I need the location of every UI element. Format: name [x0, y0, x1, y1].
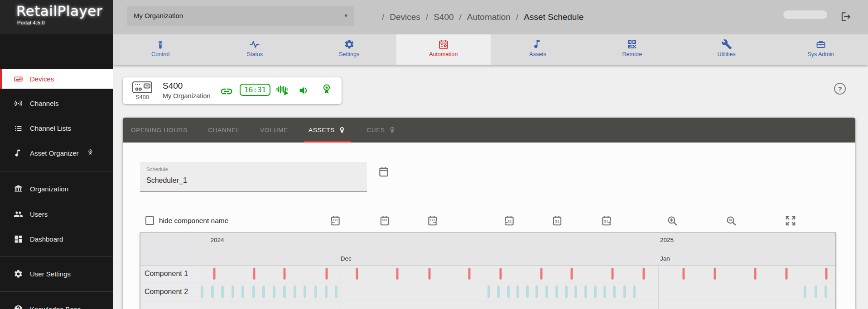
tab-sys-admin[interactable]: Sys Admin	[774, 34, 868, 65]
sidebar-divider	[0, 291, 113, 292]
device-card[interactable]: S400 S400 My Organization 16:31	[123, 77, 342, 104]
schedule-tick	[211, 285, 214, 298]
tab-control[interactable]: Control	[113, 34, 207, 65]
breadcrumb-item-devices[interactable]: Devices	[390, 12, 420, 22]
schedule-tick	[241, 285, 244, 298]
tab-status[interactable]: Status	[207, 34, 302, 65]
breadcrumb-separator: /	[516, 12, 518, 22]
tab-label: Control	[151, 51, 169, 57]
sidebar-item-knowledge-base[interactable]: Knowledge Base	[0, 299, 113, 309]
subtab-channel[interactable]: CHANNEL	[208, 118, 240, 143]
sidebar-item-organization[interactable]: Organization	[0, 179, 113, 199]
schedule-tick	[221, 285, 224, 298]
sidebar-item-channels[interactable]: Channels	[0, 93, 113, 113]
fullscreen-button[interactable]	[785, 215, 796, 227]
subtab-volume[interactable]: VOLUME	[260, 118, 288, 143]
svg-text:31: 31	[555, 219, 560, 224]
audio-playing-icon	[276, 83, 290, 98]
tab-automation[interactable]: Automation	[396, 34, 491, 65]
brand-version: Portal 4.5.0	[17, 20, 45, 25]
sidebar-item-dashboard[interactable]: Dashboard	[0, 229, 113, 249]
logo-block: RetailPlayer Portal 4.5.0	[0, 0, 113, 34]
breadcrumb-item-s400[interactable]: S400	[434, 12, 453, 22]
schedule-input[interactable]: Schedule Scheduler_1	[140, 162, 367, 192]
schedule-tick	[294, 285, 296, 298]
sidebar-item-devices[interactable]: Devices	[0, 69, 113, 89]
timeline-row-label: Component 1	[140, 266, 200, 282]
timeline-row-track	[200, 301, 835, 309]
timeline-corner-cell	[140, 249, 200, 265]
timeline-row-component-2[interactable]: Component 2	[140, 282, 835, 301]
bank-icon	[14, 184, 23, 194]
timeline-row-label	[140, 301, 200, 309]
sys-admin-icon	[815, 39, 826, 50]
schedule-tick	[396, 268, 398, 280]
asset-schedule-timeline[interactable]: 20242025 DecJan Component 1 Component 2	[140, 232, 836, 309]
tab-settings[interactable]: Settings	[302, 34, 396, 65]
sidebar-item-user-settings[interactable]: User Settings	[0, 264, 113, 284]
subtab-label: OPENING HOURS	[131, 127, 188, 133]
subtab-opening-hours[interactable]: OPENING HOURS	[131, 118, 188, 143]
calendar-month-forward-icon: 31	[601, 215, 612, 227]
tab-remote[interactable]: Remote	[585, 34, 679, 65]
chevron-down-icon: ▾	[344, 12, 347, 19]
sidebar-item-label: Devices	[30, 75, 54, 83]
sidebar: RetailPlayer Portal 4.5.0 Devices Channe…	[0, 0, 113, 309]
schedule-tick	[633, 285, 636, 298]
calendar-week-back-icon	[329, 215, 341, 227]
timeline-row-label: Component 2	[140, 282, 200, 301]
schedule-tick	[682, 268, 685, 280]
tab-label: Assets	[529, 51, 546, 57]
breadcrumb-item-automation[interactable]: Automation	[467, 12, 511, 22]
question-mark-icon: ?	[838, 85, 842, 93]
previous-week-button[interactable]	[329, 215, 341, 227]
schedule-tick	[825, 285, 827, 298]
expand-icon	[785, 215, 796, 227]
timeline-row-component-1[interactable]: Component 1	[140, 265, 835, 282]
main-content: S400 S400 My Organization 16:31 ?	[113, 65, 868, 309]
sidebar-item-channel-lists[interactable]: Channel Lists	[0, 118, 113, 138]
schedule-tick	[325, 268, 328, 280]
schedule-tick	[603, 285, 606, 298]
schedule-tick	[468, 268, 471, 280]
schedule-tick	[613, 285, 616, 298]
current-month-button[interactable]: 31	[551, 215, 563, 227]
previous-month-button[interactable]: 31	[503, 215, 515, 227]
music-note-icon	[14, 148, 23, 158]
tab-label: Settings	[339, 51, 359, 57]
zoom-in-button[interactable]	[666, 215, 678, 227]
sidebar-divider	[0, 171, 113, 171]
schedule-calendar-picker-button[interactable]	[378, 166, 390, 178]
help-button[interactable]: ?	[834, 83, 846, 95]
organization-select[interactable]: My Organization ▾	[127, 6, 354, 25]
schedule-tick	[535, 285, 538, 298]
subtab-assets[interactable]: ASSETS	[309, 118, 346, 143]
assets-schedule-panel: Schedule Scheduler_1 hide component name	[123, 143, 855, 309]
schedule-tick	[213, 268, 215, 280]
qr-code-icon	[627, 39, 637, 50]
device-model-caption: S400	[132, 94, 153, 100]
schedule-tick	[335, 285, 338, 298]
sidebar-item-users[interactable]: Users	[0, 204, 113, 224]
hide-component-name-checkbox[interactable]	[145, 216, 154, 225]
schedule-tick	[825, 268, 828, 280]
tab-label: Utilities	[717, 51, 735, 57]
breadcrumb-item-asset-schedule: Asset Schedule	[524, 12, 583, 22]
tab-label: Status	[247, 51, 263, 57]
tab-assets[interactable]: Assets	[491, 34, 585, 65]
current-week-button[interactable]	[379, 215, 391, 227]
next-week-button[interactable]	[427, 215, 439, 227]
next-month-button[interactable]: 31	[601, 215, 612, 227]
sidebar-item-asset-organizer[interactable]: Asset Organizer	[0, 143, 113, 163]
breadcrumb-separator: /	[459, 12, 462, 22]
zoom-out-button[interactable]	[725, 215, 737, 227]
link-status-icon	[220, 85, 233, 98]
subtab-cues[interactable]: CUES	[366, 118, 396, 143]
schedule-tick	[497, 285, 500, 298]
gear-icon	[344, 39, 355, 50]
sidebar-item-label: Organization	[30, 185, 68, 193]
tab-utilities[interactable]: Utilities	[680, 34, 774, 65]
device-tabbar: Control Status Settings Automation Asset…	[113, 34, 868, 65]
award-badge-icon	[388, 126, 396, 134]
logout-button[interactable]	[840, 11, 852, 23]
